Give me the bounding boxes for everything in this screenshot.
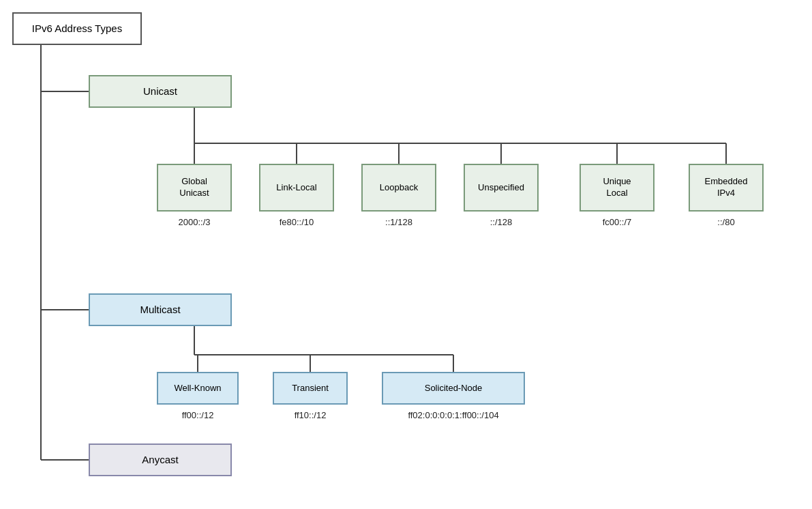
- unspecified-label: Unspecified: [478, 182, 524, 194]
- loopback-label: Loopback: [380, 182, 418, 194]
- global-unicast-address: 2000::/3: [157, 217, 232, 227]
- transient-node: Transient: [273, 372, 348, 405]
- loopback-address: ::1/128: [361, 217, 436, 227]
- transient-address: ff10::/12: [273, 410, 348, 420]
- linklocal-label: Link-Local: [276, 182, 316, 194]
- solicitednode-address: ff02:0:0:0:0:1:ff00::/104: [368, 410, 539, 420]
- anycast-label: Anycast: [142, 453, 178, 467]
- uniquelocal-node: UniqueLocal: [580, 164, 655, 212]
- root-node: IPv6 Address Types: [12, 12, 142, 45]
- solicitednode-label: Solicited-Node: [425, 383, 483, 394]
- global-unicast-node: GlobalUnicast: [157, 164, 232, 212]
- uniquelocal-label: UniqueLocal: [603, 176, 631, 199]
- embeddedipv4-address: ::/80: [689, 217, 764, 227]
- loopback-node: Loopback: [361, 164, 436, 212]
- unicast-node: Unicast: [89, 75, 232, 108]
- wellknown-address: ff00::/12: [157, 410, 239, 420]
- transient-label: Transient: [292, 383, 329, 394]
- global-unicast-label: GlobalUnicast: [179, 176, 209, 199]
- root-label: IPv6 Address Types: [32, 22, 122, 35]
- linklocal-address: fe80::/10: [259, 217, 334, 227]
- unspecified-node: Unspecified: [464, 164, 539, 212]
- unicast-label: Unicast: [143, 85, 177, 98]
- multicast-node: Multicast: [89, 293, 232, 326]
- solicitednode-node: Solicited-Node: [382, 372, 525, 405]
- unspecified-address: ::/128: [464, 217, 539, 227]
- wellknown-node: Well-Known: [157, 372, 239, 405]
- embeddedipv4-node: EmbeddedIPv4: [689, 164, 764, 212]
- wellknown-label: Well-Known: [174, 383, 221, 394]
- linklocal-node: Link-Local: [259, 164, 334, 212]
- anycast-node: Anycast: [89, 443, 232, 476]
- diagram: IPv6 Address Types Unicast Multicast Any…: [0, 0, 812, 509]
- embeddedipv4-label: EmbeddedIPv4: [705, 176, 748, 199]
- multicast-label: Multicast: [140, 303, 180, 317]
- uniquelocal-address: fc00::/7: [580, 217, 655, 227]
